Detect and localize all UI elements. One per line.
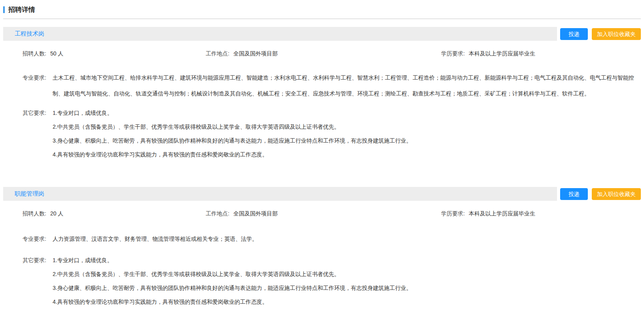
page-title: 招聘详情	[8, 5, 35, 14]
major-requirements-row: 专业要求: 土木工程、城市地下空间工程、给排水科学与工程、建筑环境与能源应用工程…	[23, 70, 638, 101]
other-value: 1.专业对口，成绩优良。 2.中共党员（含预备党员）、学生干部、优秀学生等或获得…	[53, 253, 638, 309]
location-label: 工作地点:	[206, 210, 229, 217]
other-label: 其它要求:	[23, 106, 50, 162]
education-value: 本科及以上学历应届毕业生	[469, 50, 535, 57]
apply-button[interactable]: 投递	[560, 28, 588, 40]
job-title: 职能管理岗	[15, 190, 44, 198]
page-container: 招聘详情 工程技术岗 投递 加入职位收藏夹 招聘人数:50 人 工作地点:全国及…	[0, 5, 644, 309]
major-label: 专业要求:	[23, 70, 50, 101]
recruit-count-value: 50 人	[50, 50, 63, 57]
job-header-bar: 职能管理岗	[3, 187, 557, 201]
other-line: 2.中共党员（含预备党员）、学生干部、优秀学生等或获得校级及以上奖学金、取得大学…	[53, 120, 638, 134]
other-line: 3.身心健康、积极向上、吃苦耐劳，具有较强的团队协作精神和良好的沟通与表达能力，…	[53, 134, 638, 148]
favorite-button[interactable]: 加入职位收藏夹	[592, 28, 641, 40]
summary-row: 招聘人数:50 人 工作地点:全国及国外项目部 学历要求:本科及以上学历应届毕业…	[23, 50, 638, 58]
other-requirements-row: 其它要求: 1.专业对口，成绩优良。 2.中共党员（含预备党员）、学生干部、优秀…	[23, 253, 638, 309]
other-line: 1.专业对口，成绩优良。	[53, 253, 638, 267]
job-header-row: 职能管理岗 投递 加入职位收藏夹	[3, 187, 641, 201]
job-panel-management: 职能管理岗 投递 加入职位收藏夹 招聘人数:20 人 工作地点:全国及国外项目部…	[3, 187, 641, 309]
major-label: 专业要求:	[23, 231, 50, 247]
location-value: 全国及国外项目部	[233, 50, 278, 57]
summary-row: 招聘人数:20 人 工作地点:全国及国外项目部 学历要求:本科及以上学历应届毕业…	[23, 210, 638, 218]
recruit-count-field: 招聘人数:20 人	[23, 210, 206, 217]
other-label: 其它要求:	[23, 253, 50, 309]
education-field: 学历要求:本科及以上学历应届毕业生	[441, 50, 638, 57]
other-line: 2.中共党员（含预备党员）、学生干部、优秀学生等或获得校级及以上奖学金、取得大学…	[53, 267, 638, 281]
education-label: 学历要求:	[441, 50, 465, 57]
education-field: 学历要求:本科及以上学历应届毕业生	[441, 210, 638, 217]
job-title: 工程技术岗	[15, 30, 44, 38]
major-value: 人力资源管理、汉语言文学、财务管理、物流管理等相近或相关专业；英语、法学。	[53, 231, 638, 247]
apply-button[interactable]: 投递	[560, 188, 588, 200]
job-body: 招聘人数:20 人 工作地点:全国及国外项目部 学历要求:本科及以上学历应届毕业…	[3, 210, 641, 309]
job-header-bar: 工程技术岗	[3, 27, 557, 41]
recruit-count-label: 招聘人数:	[23, 210, 46, 217]
other-requirements-row: 其它要求: 1.专业对口，成绩优良。 2.中共党员（含预备党员）、学生干部、优秀…	[23, 106, 638, 162]
location-value: 全国及国外项目部	[233, 210, 278, 217]
job-body: 招聘人数:50 人 工作地点:全国及国外项目部 学历要求:本科及以上学历应届毕业…	[3, 50, 641, 162]
job-panel-engineering: 工程技术岗 投递 加入职位收藏夹 招聘人数:50 人 工作地点:全国及国外项目部…	[3, 27, 641, 162]
job-header-row: 工程技术岗 投递 加入职位收藏夹	[3, 27, 641, 41]
education-label: 学历要求:	[441, 210, 465, 217]
other-line: 1.专业对口，成绩优良。	[53, 106, 638, 120]
other-line: 4.具有较强的专业理论功底和学习实践能力，具有较强的责任感和爱岗敬业的工作态度。	[53, 148, 638, 162]
major-requirements-row: 专业要求: 人力资源管理、汉语言文学、财务管理、物流管理等相近或相关专业；英语、…	[23, 231, 638, 247]
location-field: 工作地点:全国及国外项目部	[206, 210, 441, 217]
recruit-count-field: 招聘人数:50 人	[23, 50, 206, 57]
other-value: 1.专业对口，成绩优良。 2.中共党员（含预备党员）、学生干部、优秀学生等或获得…	[53, 106, 638, 162]
location-field: 工作地点:全国及国外项目部	[206, 50, 441, 57]
location-label: 工作地点:	[206, 50, 229, 57]
major-value: 土木工程、城市地下空间工程、给排水科学与工程、建筑环境与能源应用工程、智能建造；…	[53, 70, 638, 101]
other-line: 4.具有较强的专业理论功底和学习实践能力，具有较强的责任感和爱岗敬业的工作态度。	[53, 295, 638, 309]
favorite-button[interactable]: 加入职位收藏夹	[592, 188, 641, 200]
recruit-count-label: 招聘人数:	[23, 50, 46, 57]
education-value: 本科及以上学历应届毕业生	[469, 210, 535, 217]
divider	[3, 19, 641, 19]
other-line: 3.身心健康、积极向上、吃苦耐劳，具有较强的团队协作精神和良好的沟通与表达能力，…	[53, 281, 638, 295]
page-title-row: 招聘详情	[3, 5, 641, 14]
title-accent-bar	[3, 6, 5, 13]
recruit-count-value: 20 人	[50, 210, 63, 217]
